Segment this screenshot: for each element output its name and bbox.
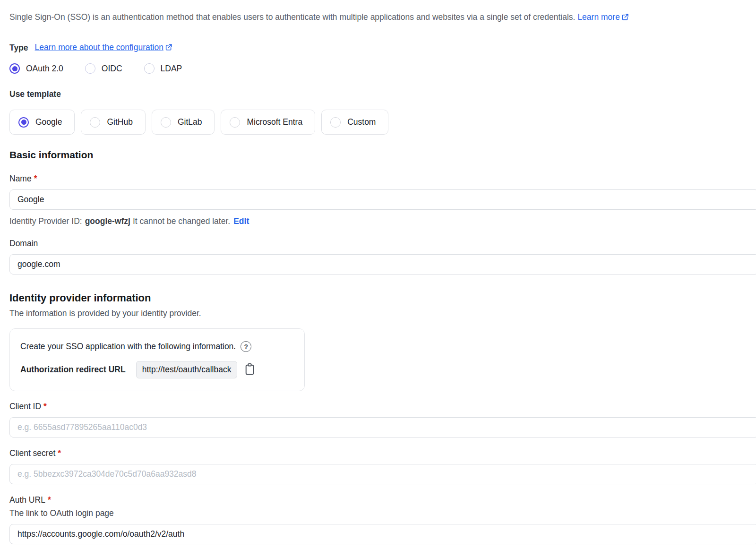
template-card-group: Google GitHub GitLab Microsoft Entra Cus… (9, 110, 756, 135)
basic-information-heading: Basic information (9, 149, 756, 161)
radio-unselected-icon (85, 63, 95, 74)
client-secret-field-label: Client secret * (9, 448, 756, 458)
radio-oauth2[interactable]: OAuth 2.0 (9, 63, 63, 74)
callout-text: Create your SSO application with the fol… (20, 342, 236, 352)
radio-unselected-icon (161, 117, 171, 128)
domain-label-text: Domain (9, 239, 38, 249)
name-field-label: Name * (9, 174, 756, 184)
auth-url-field-label: Auth URL * (9, 495, 756, 505)
domain-field-label: Domain (9, 239, 756, 249)
copy-button[interactable] (244, 363, 256, 377)
configuration-docs-link[interactable]: Learn more about the configuration (35, 43, 172, 53)
radio-unselected-icon (330, 117, 341, 128)
template-github-label: GitHub (107, 117, 132, 127)
auth-url-label-text: Auth URL (9, 495, 45, 505)
name-label-text: Name (9, 174, 32, 184)
identity-provider-id-value: google-wfzj (85, 216, 130, 226)
client-secret-input[interactable] (9, 464, 756, 484)
sso-description: Single Sign-On (SSO) is an authenticatio… (9, 11, 756, 24)
identity-provider-information-heading: Identity provider information (9, 292, 756, 304)
identity-provider-id-note: Identity Provider ID:google-wfzjIt canno… (9, 216, 756, 226)
template-card-microsoft-entra[interactable]: Microsoft Entra (221, 110, 315, 135)
external-link-icon (165, 43, 172, 53)
auth-url-input[interactable] (9, 524, 756, 544)
radio-oidc-label: OIDC (102, 64, 122, 74)
question-circle-icon[interactable]: ? (241, 341, 251, 352)
radio-unselected-icon (230, 117, 240, 128)
authorization-redirect-row: Authorization redirect URL http://test/o… (20, 361, 294, 378)
clipboard-icon (244, 363, 256, 377)
required-asterisk: * (48, 495, 51, 505)
client-id-field-label: Client ID * (9, 402, 756, 412)
use-template-label: Use template (9, 89, 756, 99)
radio-oidc[interactable]: OIDC (85, 63, 122, 74)
name-input[interactable] (9, 189, 756, 210)
radio-ldap[interactable]: LDAP (144, 63, 182, 74)
client-id-input[interactable] (9, 417, 756, 437)
template-card-google[interactable]: Google (9, 110, 75, 135)
external-link-icon (621, 12, 629, 24)
required-asterisk: * (34, 174, 37, 184)
radio-ldap-label: LDAP (161, 64, 182, 74)
template-card-gitlab[interactable]: GitLab (152, 110, 215, 135)
sso-description-text: Single Sign-On (SSO) is an authenticatio… (9, 12, 576, 22)
sso-application-callout: Create your SSO application with the fol… (9, 328, 305, 391)
sso-settings-page: Single Sign-On (SSO) is an authenticatio… (0, 0, 756, 544)
radio-unselected-icon (144, 63, 155, 74)
idp-note-suffix: It cannot be changed later. (133, 216, 230, 226)
learn-more-link[interactable]: Learn more (577, 12, 629, 22)
idp-note-prefix: Identity Provider ID: (9, 216, 82, 226)
client-secret-label-text: Client secret (9, 448, 55, 458)
template-microsoft-entra-label: Microsoft Entra (247, 117, 302, 127)
radio-unselected-icon (90, 117, 100, 128)
type-label: Type (9, 43, 28, 53)
callout-text-row: Create your SSO application with the fol… (20, 341, 294, 352)
radio-selected-icon (9, 63, 20, 74)
identity-provider-information-subtitle: The information is provided by your iden… (9, 309, 756, 318)
authorization-redirect-url-value: http://test/oauth/callback (136, 361, 238, 378)
auth-url-helper-text: The link to OAuth login page (9, 508, 756, 518)
configuration-docs-label: Learn more about the configuration (35, 43, 163, 52)
edit-idp-id-link[interactable]: Edit (233, 216, 249, 226)
type-radio-group: OAuth 2.0 OIDC LDAP (9, 63, 756, 74)
authorization-redirect-url-label: Authorization redirect URL (20, 365, 126, 375)
required-asterisk: * (43, 402, 47, 412)
template-card-custom[interactable]: Custom (321, 110, 388, 135)
template-custom-label: Custom (347, 117, 376, 127)
template-gitlab-label: GitLab (178, 117, 202, 127)
type-section-header: Type Learn more about the configuration (9, 43, 756, 53)
template-google-label: Google (35, 117, 62, 127)
radio-oauth2-label: OAuth 2.0 (26, 64, 63, 74)
domain-input[interactable] (9, 254, 756, 274)
radio-selected-icon (18, 117, 29, 128)
learn-more-label: Learn more (577, 12, 620, 22)
template-card-github[interactable]: GitHub (81, 110, 145, 135)
required-asterisk: * (58, 448, 61, 458)
client-id-label-text: Client ID (9, 402, 41, 412)
